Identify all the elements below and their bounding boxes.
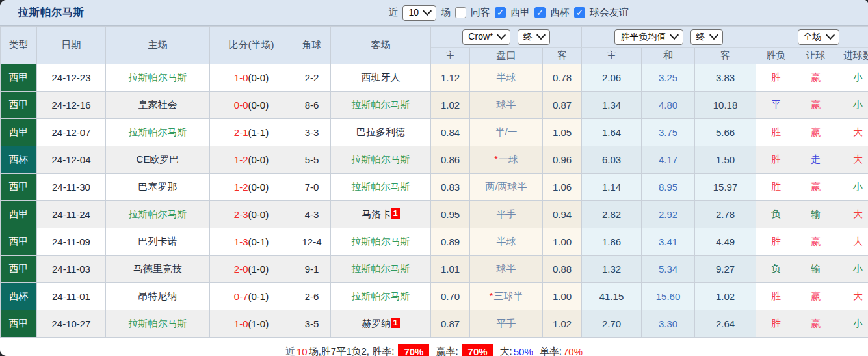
filter-liga-checkbox[interactable]: ✓ (495, 7, 506, 18)
same-away-label: 同客 (471, 7, 490, 19)
chevron-down-icon (709, 31, 718, 40)
home-team-name[interactable]: CE欧罗巴 (137, 154, 179, 165)
corners-cell: 3-3 (293, 119, 331, 146)
corners-cell: 9-1 (293, 256, 331, 283)
win-odds: 2.82 (582, 201, 642, 228)
filter-friendly-checkbox[interactable]: ✓ (574, 7, 585, 18)
fulltime-score: 1-0 (234, 318, 248, 329)
sub-header-cover: 让球 (796, 48, 835, 64)
table-row: 西甲 24-11-03 马德里竞技 2-0(1-0) 9-1 拉斯帕尔马斯 1.… (1, 256, 868, 283)
away-team[interactable]: 拉斯帕尔马斯 (331, 256, 431, 283)
table-row: 西杯 24-11-01 昂特尼纳 0-7(0-1) 2-6 拉斯帕尔马斯 0.7… (1, 283, 868, 310)
home-team[interactable]: 拉斯帕尔马斯 (106, 310, 210, 338)
home-team-name[interactable]: 马德里竞技 (133, 263, 182, 274)
away-team-name[interactable]: 拉斯帕尔马斯 (352, 181, 410, 192)
bookmaker-select[interactable]: Crow* (462, 29, 510, 45)
away-team-name[interactable]: 拉斯帕尔马斯 (352, 236, 410, 247)
odds-type-select[interactable]: 胜平负均值 (614, 29, 683, 45)
away-team-name[interactable]: 巴拉多利德 (356, 126, 405, 137)
scope-select[interactable]: 全场 (798, 29, 839, 45)
star-marker: * (494, 154, 498, 165)
col-header-date: 日期 (37, 27, 106, 64)
odds-time-select[interactable]: 终 (690, 29, 723, 45)
home-team[interactable]: 巴塞罗那 (106, 174, 210, 201)
away-team[interactable]: 马洛卡1 (331, 201, 431, 228)
home-team[interactable]: CE欧罗巴 (106, 146, 210, 174)
fulltime-score: 1-3 (234, 236, 248, 247)
cover-cell: 赢 (796, 64, 835, 92)
matches-tbody: 西甲 24-12-23 拉斯帕尔马斯 1-0(0-0) 2-2 西班牙人 1.1… (1, 64, 868, 338)
away-team[interactable]: 拉斯帕尔马斯 (331, 174, 431, 201)
draw-odds: 8.95 (642, 174, 695, 201)
away-team-name[interactable]: 西班牙人 (362, 72, 401, 83)
away-team-name[interactable]: 拉斯帕尔马斯 (352, 263, 410, 274)
away-team[interactable]: 拉斯帕尔马斯 (331, 146, 431, 174)
halftime-score: (1-0) (248, 264, 269, 275)
sub-header-win: 主 (582, 48, 642, 64)
away-team[interactable]: 西班牙人 (331, 64, 431, 92)
home-team-name[interactable]: 巴塞罗那 (138, 181, 178, 192)
match-date: 24-11-01 (37, 283, 106, 310)
result-cell: 胜 (756, 146, 796, 174)
handicap-away-odds: 1.06 (543, 174, 582, 201)
away-team-name[interactable]: 马洛卡 (362, 208, 391, 219)
fulltime-score: 0-7 (234, 291, 248, 302)
handicap-text: 球半 (497, 263, 516, 274)
away-team[interactable]: 拉斯帕尔马斯 (331, 283, 431, 310)
home-team[interactable]: 巴列卡诺 (106, 228, 210, 256)
summary-record: 场,胜7平1负2, 胜率: (309, 346, 395, 356)
match-date: 24-11-09 (37, 228, 106, 256)
handicap-away-odds: 1.05 (543, 119, 582, 146)
score-cell: 1-0(1-0) (210, 310, 293, 338)
lose-odds: 1.02 (695, 283, 756, 310)
same-away-checkbox[interactable] (455, 7, 466, 18)
filter-copa-checkbox[interactable]: ✓ (534, 7, 546, 18)
handicap-away-odds: 0.78 (543, 64, 582, 92)
score-cell: 2-1(1-1) (210, 119, 293, 146)
away-team-name[interactable]: 拉斯帕尔马斯 (352, 290, 410, 301)
home-team[interactable]: 拉斯帕尔马斯 (106, 201, 210, 228)
home-team-name[interactable]: 拉斯帕尔马斯 (129, 208, 187, 219)
home-team-name[interactable]: 昂特尼纳 (138, 290, 178, 301)
home-team[interactable]: 拉斯帕尔马斯 (106, 119, 210, 146)
home-team[interactable]: 昂特尼纳 (106, 283, 210, 310)
away-team-name[interactable]: 拉斯帕尔马斯 (352, 99, 410, 110)
home-team-name[interactable]: 皇家社会 (138, 99, 178, 110)
league-type-cell: 西甲 (1, 310, 37, 338)
away-team[interactable]: 巴拉多利德 (331, 119, 431, 146)
away-team[interactable]: 赫罗纳1 (331, 310, 431, 338)
home-team[interactable]: 皇家社会 (106, 92, 210, 119)
result-cell: 胜 (756, 64, 796, 92)
win-odds: 6.03 (582, 146, 642, 174)
result-cell: 平 (756, 92, 796, 119)
goals-cell: 大 (835, 119, 868, 146)
home-team-name[interactable]: 拉斯帕尔马斯 (129, 72, 187, 83)
home-team-name[interactable]: 拉斯帕尔马斯 (129, 318, 187, 329)
away-team-name[interactable]: 拉斯帕尔马斯 (352, 154, 410, 165)
star-marker: * (490, 290, 493, 301)
handicap-time-select[interactable]: 终 (518, 29, 550, 45)
scope-select-group: 全场 (756, 27, 868, 48)
league-type-cell: 西甲 (1, 64, 37, 92)
draw-odds: 2.92 (642, 201, 695, 228)
away-team-name[interactable]: 赫罗纳 (362, 318, 391, 329)
chevron-down-icon (670, 31, 679, 40)
matches-table: 类型 日期 主场 比分(半场) 角球 客场 Crow* 终 胜平负均值 终 全场 (0, 26, 868, 338)
away-team[interactable]: 拉斯帕尔马斯 (331, 228, 431, 256)
away-team[interactable]: 拉斯帕尔马斯 (331, 92, 431, 119)
big-rate: 50% (514, 346, 533, 356)
corners-cell: 2-2 (293, 64, 331, 92)
handicap-home-odds: 1.12 (431, 64, 470, 92)
filter-liga-label: 西甲 (510, 7, 530, 19)
table-row: 西甲 24-10-27 拉斯帕尔马斯 1-0(1-0) 3-5 赫罗纳1 0.8… (1, 310, 868, 338)
home-team-name[interactable]: 拉斯帕尔马斯 (129, 126, 187, 137)
win-odds: 1.14 (582, 174, 642, 201)
col-header-score: 比分(半场) (210, 27, 293, 64)
recent-count-select[interactable]: 10 (402, 5, 436, 21)
handicap-time-value: 终 (523, 31, 533, 42)
draw-odds: 3.75 (642, 119, 695, 146)
home-team[interactable]: 马德里竞技 (106, 256, 210, 283)
home-team-name[interactable]: 巴列卡诺 (138, 236, 178, 247)
home-team[interactable]: 拉斯帕尔马斯 (106, 64, 210, 92)
top-bar: 拉斯帕尔马斯 近 10 场 同客 ✓ 西甲 ✓ 西杯 ✓ 球会友谊 (0, 0, 868, 26)
